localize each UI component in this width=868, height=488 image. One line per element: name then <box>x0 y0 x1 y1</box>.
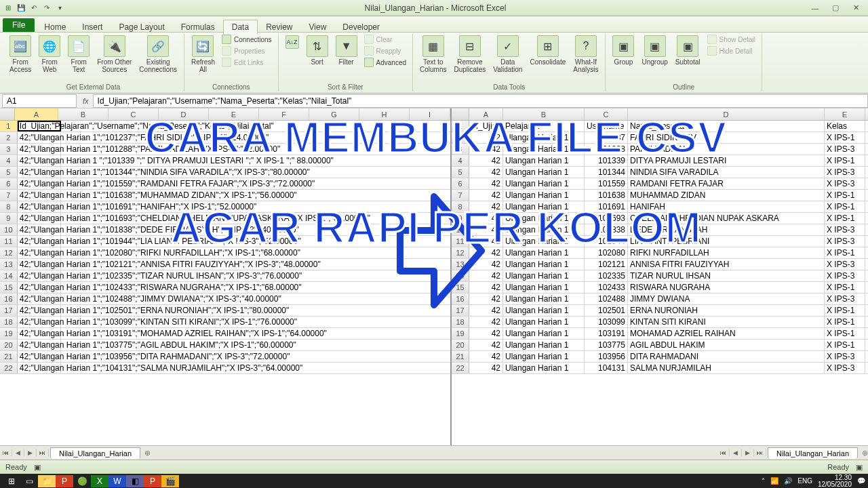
ppt-icon-2[interactable]: P <box>144 475 161 487</box>
ext-3[interactable]: 🔌From Other Sources <box>94 34 134 75</box>
cell[interactable]: 42;"Ulangan Harian 1";"102080";"RIFKI NU… <box>18 247 61 258</box>
col-header[interactable]: E <box>825 108 865 120</box>
cell[interactable]: RISWARA NUGRAHA <box>628 282 825 293</box>
cell[interactable]: AGIL ABDUL HAKIM <box>628 340 825 350</box>
cell[interactable]: 42;"Ulangan Harian 1";"102335";"TIZAR NU… <box>18 270 61 281</box>
cell[interactable]: 102433 <box>585 282 628 293</box>
file-explorer-icon[interactable]: 📁 <box>38 475 56 487</box>
row-header[interactable]: 13 <box>0 259 18 270</box>
save-icon[interactable]: 💾 <box>16 3 26 14</box>
ext-4[interactable]: 🔗Existing Connections <box>136 34 180 75</box>
cell[interactable]: Ulangan Harian 1 <box>503 201 585 212</box>
cell[interactable]: 42;"Ulangan Harian 1";"101344";"NINDIA S… <box>18 167 61 178</box>
cell[interactable]: X IPS-1 <box>825 132 865 143</box>
tab-formulas[interactable]: Formulas <box>173 20 223 34</box>
cell[interactable]: 42 <box>469 155 503 166</box>
col-header[interactable]: B <box>503 108 585 120</box>
cell[interactable]: Ulangan Harian 1 <box>503 132 585 143</box>
notif-icon[interactable]: 💬 <box>857 477 865 485</box>
excel-task-icon[interactable]: X <box>91 475 108 487</box>
close-button[interactable]: ✕ <box>846 2 865 14</box>
excel-icon[interactable]: ⊞ <box>3 3 14 14</box>
cell[interactable]: DITA RAHMADANI <box>628 351 825 362</box>
cell[interactable]: 42;"Ulangan Harian 1";"102488";"JIMMY DW… <box>18 293 61 304</box>
sort-button[interactable]: ⇅Sort <box>304 34 331 67</box>
cell[interactable]: JIMMY DWIANA <box>628 293 825 304</box>
cell[interactable]: Nama_Peserta <box>628 121 825 131</box>
filter-button[interactable]: ▼Filter <box>333 34 360 67</box>
outline-2[interactable]: ▣Subtotal <box>673 34 703 67</box>
cell[interactable]: X IPS-3 <box>825 293 865 304</box>
row-header[interactable]: 22 <box>452 363 469 373</box>
name-box[interactable]: A1 <box>2 94 77 108</box>
tab-developer[interactable]: Developer <box>334 20 388 34</box>
cell[interactable]: NINDIA SIFA VARADILA <box>628 167 825 178</box>
tab-data[interactable]: Data <box>223 20 258 35</box>
row-header[interactable]: 8 <box>0 201 18 212</box>
cell[interactable]: RAMDANI FETRA FAJAR <box>628 178 825 189</box>
row-header[interactable]: 4 <box>452 155 469 166</box>
row-header[interactable]: 2 <box>0 132 18 143</box>
row-header[interactable]: 18 <box>0 317 18 327</box>
cell[interactable]: 102121 <box>585 259 628 270</box>
row-header[interactable]: 5 <box>452 167 469 178</box>
cell[interactable]: X IPS-3 <box>825 167 865 178</box>
cell[interactable]: 42 <box>469 363 503 373</box>
row-header[interactable]: 15 <box>0 282 18 293</box>
cell[interactable]: 101638 <box>585 190 628 201</box>
cell[interactable]: 42;"Ulangan Harian 1";"101691";"HANIFAH"… <box>18 201 61 212</box>
cell[interactable]: Ulangan Harian 1 <box>503 167 585 178</box>
cell[interactable]: 102501 <box>585 305 628 316</box>
cell[interactable]: X IPS-1 <box>825 328 865 339</box>
col-header[interactable]: D <box>628 108 825 120</box>
col-header[interactable]: E <box>209 108 259 120</box>
cell[interactable]: X IPS-3 <box>825 351 865 362</box>
ppt-icon[interactable]: P <box>56 475 73 487</box>
col-header[interactable]: C <box>108 108 159 120</box>
undo-icon[interactable]: ↶ <box>28 3 39 14</box>
cell[interactable]: Ulangan Harian 1 <box>503 247 585 258</box>
word-icon[interactable]: W <box>108 475 126 487</box>
row-header[interactable]: 10 <box>0 224 18 235</box>
cell[interactable]: X IPS-3 <box>825 178 865 189</box>
row-header[interactable]: 19 <box>0 328 18 339</box>
cell[interactable]: Ulangan Harian 1 <box>503 190 585 201</box>
cell[interactable]: X IPS-1 <box>825 190 865 201</box>
cell[interactable]: 101691 <box>585 201 628 212</box>
tray-up-icon[interactable]: ˄ <box>762 477 765 485</box>
cell[interactable]: 42 <box>469 144 503 155</box>
row-header[interactable]: 22 <box>0 363 18 373</box>
col-header[interactable]: D <box>159 108 209 120</box>
row-header[interactable]: 21 <box>0 351 18 362</box>
chrome-icon[interactable]: 🟢 <box>73 475 91 487</box>
fx-icon[interactable]: fx <box>79 97 93 105</box>
cell[interactable]: Ulangan Harian 1 <box>503 259 585 270</box>
cell[interactable]: X IPS-1 <box>825 155 865 166</box>
cell[interactable]: DITYA PRAMUJI LESTARI <box>628 155 825 166</box>
col-header[interactable]: I <box>410 108 450 120</box>
cell[interactable]: 42;"Ulangan Harian 1";"101693";"CHELDIAN… <box>18 213 61 224</box>
cell[interactable]: ERNA NURONIAH <box>628 305 825 316</box>
outline-1[interactable]: ▣Ungroup <box>639 34 670 67</box>
sheet-tab-r[interactable]: Nilai_Ulangan_Harian <box>768 447 858 459</box>
tab-view[interactable]: View <box>301 20 335 34</box>
row-header[interactable]: 3 <box>452 144 469 155</box>
cell[interactable]: X IPS-1 <box>825 213 865 224</box>
cell[interactable]: Ulangan Harian 1 <box>503 236 585 247</box>
sortopt-2[interactable]: Advanced <box>362 57 408 68</box>
cell[interactable]: 42;"Ulangan Harian 1";"101559";"RAMDANI … <box>18 178 61 189</box>
row-header[interactable]: 14 <box>0 270 18 281</box>
row-header[interactable]: 9 <box>0 213 18 224</box>
refresh-all-button[interactable]: 🔄Refresh All <box>189 34 218 75</box>
row-header[interactable]: 4 <box>0 155 18 166</box>
row-header[interactable]: 11 <box>0 236 18 247</box>
cell[interactable]: X IPS-1 <box>825 282 865 293</box>
tab-insert[interactable]: Insert <box>74 20 111 34</box>
cell[interactable]: 102080 <box>585 247 628 258</box>
macro-rec-icon-r[interactable]: ▣ <box>856 463 863 472</box>
cell[interactable]: 102488 <box>585 293 628 304</box>
cell[interactable]: 103956 <box>585 351 628 362</box>
cell[interactable]: X IPS-1 <box>825 247 865 258</box>
cell[interactable]: X IPS-1 <box>825 317 865 327</box>
new-sheet-icon[interactable]: ⊕ <box>144 449 151 458</box>
